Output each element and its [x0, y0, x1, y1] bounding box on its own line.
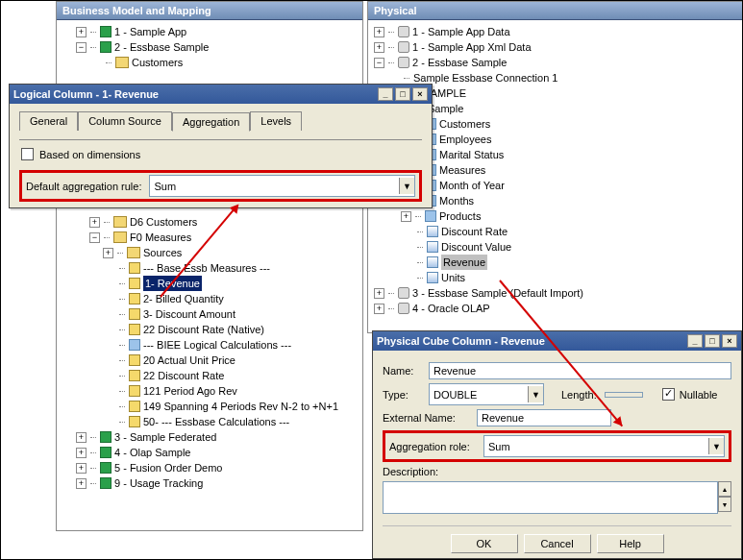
tree-item[interactable]: Marital Status	[439, 147, 504, 162]
model-icon	[100, 41, 111, 53]
db-icon	[398, 26, 409, 37]
tree-item[interactable]: 121 Period Ago Rev	[143, 383, 237, 399]
tree-item[interactable]: 1 - Sample App Xml Data	[412, 39, 532, 55]
column-icon	[129, 324, 140, 335]
tree-item[interactable]: --- BIEE Logical Calculations ---	[143, 337, 291, 353]
right-panel-title: Physical	[368, 2, 742, 20]
dropdown-arrow-icon[interactable]: ▼	[708, 438, 724, 454]
close-button[interactable]: ×	[722, 334, 737, 348]
measure-icon	[427, 226, 438, 237]
scroll-down-button[interactable]: ▼	[718, 497, 731, 512]
column-icon	[129, 385, 140, 397]
tree-item[interactable]: 3- Discount Amount	[143, 306, 235, 322]
type-value: DOUBLE	[433, 389, 477, 401]
model-icon	[100, 431, 111, 443]
column-icon	[129, 370, 140, 381]
db-icon	[398, 287, 409, 299]
description-field[interactable]	[383, 481, 718, 514]
left-panel-title: Business Model and Mapping	[57, 2, 362, 20]
tree-item[interactable]: --- Base Essb Measures ---	[143, 260, 270, 276]
tree-item[interactable]: Sources	[143, 245, 182, 260]
column-icon	[129, 308, 140, 320]
tree-item[interactable]: 1 - Sample App Data	[412, 24, 510, 39]
expand-icon[interactable]: +	[76, 463, 87, 474]
external-name-label: External Name:	[383, 412, 469, 424]
tree-item[interactable]: 9 - Usage Tracking	[114, 475, 203, 491]
tree-item[interactable]: Discount Rate	[441, 224, 508, 239]
default-agg-select[interactable]: Sum ▼	[149, 175, 415, 197]
expand-icon[interactable]: +	[374, 42, 384, 53]
scroll-up-button[interactable]: ▲	[718, 481, 731, 497]
ok-button[interactable]: OK	[451, 534, 518, 553]
measure-icon	[427, 256, 438, 268]
tree-item[interactable]: 50- --- Essbase Calculations ---	[143, 414, 289, 429]
collapse-icon[interactable]: −	[76, 42, 87, 53]
tree-item[interactable]: F0 Measures	[130, 230, 191, 245]
default-agg-label: Default aggregation rule:	[26, 181, 141, 192]
tab-aggregation[interactable]: Aggregation	[172, 112, 250, 132]
tree-item[interactable]: 3 - Essbase Sample (Default Import)	[412, 285, 583, 301]
tree-item[interactable]: 22 Discount Rate (Native)	[143, 322, 264, 337]
expand-icon[interactable]: +	[89, 217, 100, 228]
expand-icon[interactable]: +	[76, 478, 87, 489]
expand-icon[interactable]: +	[76, 432, 87, 443]
maximize-button[interactable]: □	[395, 87, 410, 101]
expand-icon[interactable]: +	[76, 27, 87, 37]
minimize-button[interactable]: _	[378, 87, 393, 101]
tree-item[interactable]: 1 - Sample App	[114, 24, 186, 39]
name-label: Name:	[383, 365, 421, 377]
tree-item[interactable]: 2 - Essbase Sample	[412, 55, 507, 70]
tree-item[interactable]: Months	[439, 193, 474, 208]
tree-item-selected[interactable]: Revenue	[441, 255, 487, 270]
collapse-icon[interactable]: −	[374, 58, 384, 68]
close-button[interactable]: ×	[412, 87, 428, 101]
tab-column-source[interactable]: Column Source	[78, 111, 172, 131]
type-select[interactable]: DOUBLE ▼	[429, 383, 544, 405]
tree-item[interactable]: 2- Billed Quantity	[143, 291, 224, 306]
tree-item[interactable]: Products	[439, 208, 481, 224]
collapse-icon[interactable]: −	[89, 232, 100, 243]
tree-item[interactable]: Month of Year	[439, 178, 505, 193]
tree-item[interactable]: Employees	[439, 132, 491, 147]
folder-icon	[115, 57, 129, 68]
tree-item[interactable]: 22 Discount Rate	[143, 368, 224, 383]
agg-role-select[interactable]: Sum ▼	[483, 435, 725, 457]
tree-item[interactable]: Sample Essbase Connection 1	[413, 70, 557, 85]
length-field[interactable]	[605, 392, 643, 398]
dialog-title: Logical Column - 1- Revenue	[13, 88, 159, 100]
tree-item[interactable]: 3 - Sample Federated	[114, 429, 216, 445]
tree-item[interactable]: Measures	[439, 162, 485, 178]
tree-item[interactable]: Customers	[132, 55, 183, 70]
tree-item[interactable]: Units	[441, 270, 465, 285]
expand-icon[interactable]: +	[76, 448, 87, 458]
dropdown-arrow-icon[interactable]: ▼	[399, 178, 414, 194]
cancel-button[interactable]: Cancel	[524, 534, 591, 553]
tree-item[interactable]: 2 - Essbase Sample	[114, 39, 209, 55]
tree-item[interactable]: 20 Actual Unit Price	[143, 353, 235, 368]
tree-item[interactable]: Discount Value	[441, 239, 511, 255]
tree-item[interactable]: 149 Spanning 4 Periods Rev N-2 to +N+1	[143, 399, 338, 414]
maximize-button[interactable]: □	[705, 334, 720, 348]
tree-item[interactable]: Customers	[439, 116, 490, 132]
minimize-button[interactable]: _	[687, 334, 703, 348]
tab-levels[interactable]: Levels	[250, 111, 302, 131]
expand-icon[interactable]: +	[103, 248, 113, 258]
tree-item[interactable]: 4 - Olap Sample	[114, 445, 190, 460]
tree-item[interactable]: Sample	[428, 101, 463, 116]
help-button[interactable]: Help	[597, 534, 664, 553]
tree-item[interactable]: 5 - Fusion Order Demo	[114, 460, 222, 475]
expand-icon[interactable]: +	[374, 27, 384, 37]
based-on-dimensions-checkbox[interactable]	[21, 148, 34, 160]
expand-icon[interactable]: +	[374, 304, 384, 314]
folder-icon	[113, 216, 127, 228]
tree-item[interactable]: D6 Customers	[130, 214, 197, 230]
tab-general[interactable]: General	[19, 111, 78, 131]
sources-icon	[127, 247, 140, 258]
agg-role-value: Sum	[488, 441, 510, 452]
nullable-checkbox[interactable]: ✓	[662, 388, 675, 401]
column-icon	[129, 416, 140, 427]
tree-item[interactable]: 4 - Oracle OLAP	[412, 301, 490, 316]
external-name-field[interactable]: Revenue	[477, 409, 611, 426]
expand-icon[interactable]: +	[374, 288, 384, 299]
dropdown-arrow-icon[interactable]: ▼	[528, 386, 543, 402]
